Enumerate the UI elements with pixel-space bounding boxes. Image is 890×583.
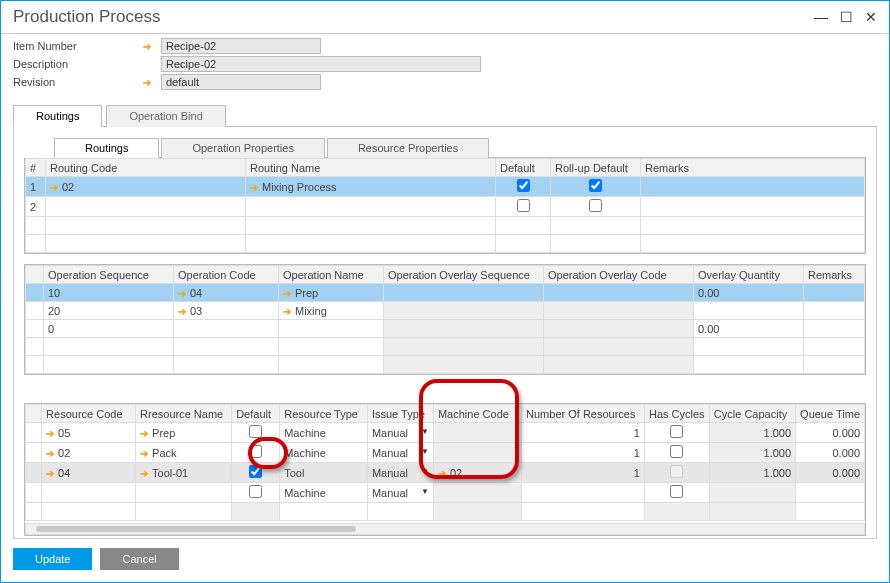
item-number-field[interactable]: [161, 38, 321, 54]
routings-panel: Routings Operation Properties Resource P…: [13, 127, 877, 539]
default-checkbox[interactable]: [249, 465, 262, 478]
arrow-icon: ➔: [140, 448, 148, 459]
default-checkbox[interactable]: [517, 179, 530, 192]
arrow-icon: ➔: [438, 468, 446, 479]
header-form: Item Number ➔ Description Revision ➔: [1, 34, 889, 98]
arrow-icon: ➔: [250, 182, 258, 193]
table-row[interactable]: ➔02 ➔Pack Machine Manual▼ 1 1.000 0.000: [26, 443, 865, 463]
col-rollup: Roll-up Default: [551, 159, 641, 177]
routings-table[interactable]: # Routing Code Routing Name Default Roll…: [25, 158, 865, 253]
table-row[interactable]: 20 ➔03 ➔Mixing: [26, 302, 865, 320]
col-cycle-cap: Cycle Capacity: [709, 405, 795, 423]
description-field[interactable]: [161, 56, 481, 72]
col-ov-qty: Overlay Quantity: [694, 266, 804, 284]
item-number-label: Item Number: [13, 40, 143, 52]
table-row[interactable]: ➔05 ➔Prep Machine Manual▼ 1 1.000 0.000: [26, 423, 865, 443]
arrow-icon: ➔: [46, 448, 54, 459]
window-title: Production Process: [13, 7, 160, 27]
arrow-icon: ➔: [178, 306, 186, 317]
col-op-code: Operation Code: [174, 266, 279, 284]
col-issue-type: Issue Type: [367, 405, 433, 423]
col-routing-name: Routing Name: [246, 159, 496, 177]
minimize-icon[interactable]: —: [814, 9, 828, 25]
col-ov-code: Operation Overlay Code: [544, 266, 694, 284]
col-num-res: Number Of Resources: [522, 405, 645, 423]
table-row[interactable]: 1 ➔02 ➔Mixing Process: [26, 177, 865, 197]
subtab-resource-properties[interactable]: Resource Properties: [327, 138, 489, 158]
titlebar: Production Process — ☐ ✕: [1, 1, 889, 34]
table-row[interactable]: 0 0.00: [26, 320, 865, 338]
col-routing-code: Routing Code: [46, 159, 246, 177]
col-op-name: Operation Name: [279, 266, 384, 284]
col-queue-time: Queue Time: [796, 405, 865, 423]
dropdown-icon[interactable]: ▼: [421, 427, 429, 436]
col-has-cycles: Has Cycles: [644, 405, 709, 423]
main-tabs: Routings Operation Bind: [13, 104, 877, 127]
arrow-icon: ➔: [283, 306, 291, 317]
rollup-checkbox[interactable]: [589, 179, 602, 192]
subtab-operation-properties[interactable]: Operation Properties: [161, 138, 325, 158]
resources-table[interactable]: Resource Code Rresource Name Default Res…: [25, 404, 865, 521]
dropdown-icon[interactable]: ▼: [421, 467, 429, 476]
arrow-icon: ➔: [178, 288, 186, 299]
dropdown-icon[interactable]: ▼: [421, 447, 429, 456]
table-row[interactable]: 10 ➔04 ➔Prep 0.00: [26, 284, 865, 302]
table-row[interactable]: Machine Manual▼: [26, 483, 865, 503]
arrow-icon: ➔: [46, 468, 54, 479]
col-res-code: Resource Code: [42, 405, 136, 423]
dropdown-icon[interactable]: ▼: [421, 487, 429, 496]
col-res-type: Resource Type: [280, 405, 368, 423]
col-ov-seq: Operation Overlay Sequence: [384, 266, 544, 284]
description-label: Description: [13, 58, 143, 70]
arrow-icon: ➔: [143, 41, 161, 52]
update-button[interactable]: Update: [13, 548, 92, 570]
table-row[interactable]: 2: [26, 197, 865, 217]
table-row[interactable]: ➔04 ➔Tool-01 Tool Manual▼ ➔02 1 1.000 0.…: [26, 463, 865, 483]
cycles-checkbox[interactable]: [670, 485, 683, 498]
tab-routings[interactable]: Routings: [13, 105, 102, 127]
horizontal-scrollbar[interactable]: [25, 523, 865, 535]
arrow-icon: ➔: [143, 77, 161, 88]
col-res-name: Rresource Name: [136, 405, 232, 423]
default-checkbox[interactable]: [249, 425, 262, 438]
close-icon[interactable]: ✕: [865, 9, 877, 25]
col-remarks: Remarks: [641, 159, 865, 177]
default-checkbox[interactable]: [249, 485, 262, 498]
sub-tabs: Routings Operation Properties Resource P…: [54, 137, 866, 158]
arrow-icon: ➔: [140, 428, 148, 439]
cancel-button[interactable]: Cancel: [100, 548, 178, 570]
col-num: #: [26, 159, 46, 177]
tab-operation-bind[interactable]: Operation Bind: [106, 105, 225, 127]
cycles-checkbox[interactable]: [670, 425, 683, 438]
window-controls: — ☐ ✕: [814, 9, 877, 25]
maximize-icon[interactable]: ☐: [840, 9, 853, 25]
arrow-icon: ➔: [46, 428, 54, 439]
footer-buttons: Update Cancel: [13, 548, 179, 570]
arrow-icon: ➔: [140, 468, 148, 479]
col-machine-code: Machine Code: [433, 405, 521, 423]
arrow-icon: ➔: [50, 182, 58, 193]
cycles-checkbox[interactable]: [670, 465, 683, 478]
default-checkbox[interactable]: [517, 199, 530, 212]
arrow-icon: ➔: [283, 288, 291, 299]
default-checkbox[interactable]: [249, 445, 262, 458]
rollup-checkbox[interactable]: [589, 199, 602, 212]
col-remarks: Remarks: [804, 266, 865, 284]
operations-table[interactable]: Operation Sequence Operation Code Operat…: [25, 265, 865, 374]
cycles-checkbox[interactable]: [670, 445, 683, 458]
subtab-routings[interactable]: Routings: [54, 138, 159, 158]
col-op-seq: Operation Sequence: [44, 266, 174, 284]
revision-label: Revision: [13, 76, 143, 88]
col-res-default: Default: [232, 405, 280, 423]
revision-field[interactable]: [161, 74, 321, 90]
col-default: Default: [496, 159, 551, 177]
